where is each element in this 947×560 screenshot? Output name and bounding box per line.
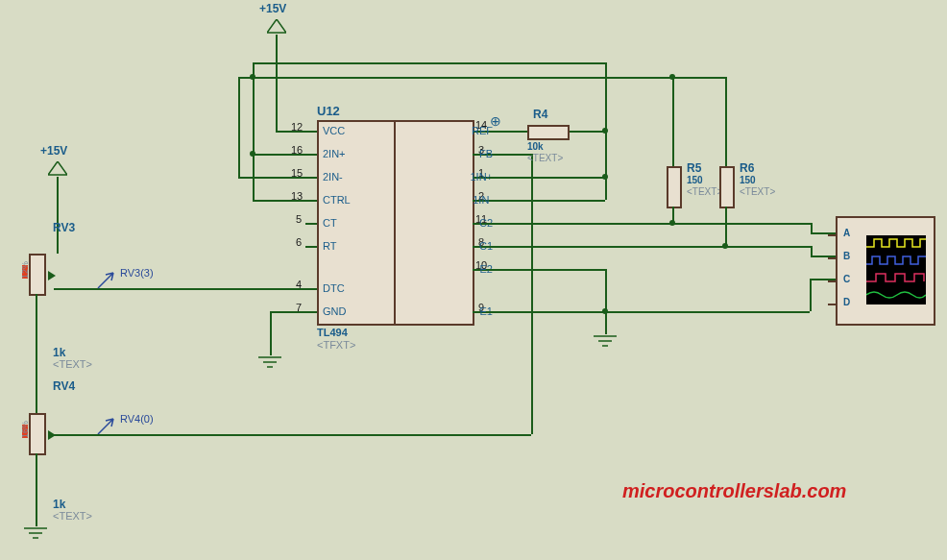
potentiometer-rv4[interactable] [29,413,46,455]
scope-port-a: A [843,228,850,238]
r4-value: 10k [527,141,544,152]
r5-text: <TEXT> [687,186,722,197]
scope-screen [866,235,926,304]
scope-port-d: D [843,297,850,307]
schematic-canvas: +15V +15V RV3 12% RV3(3) 1k <TEXT> RV4 1… [0,0,947,560]
power-15v-top-icon [267,19,286,35]
ground-icon [24,526,47,540]
resistor-r5[interactable] [667,166,682,208]
rv3-pct: 12% [20,261,30,279]
rv4-pct: 16% [20,421,30,438]
ic-text: <TFXT> [317,339,355,351]
probe-icon [96,413,119,440]
resistor-r6[interactable] [719,166,735,208]
scope-port-b: B [843,251,850,261]
probe-icon [96,267,119,294]
rv3-name: RV3 [53,221,75,234]
r6-name: R6 [740,161,754,175]
potentiometer-rv3[interactable] [29,254,46,296]
rv3-value: 1k [53,346,65,359]
r6-value: 150 [740,175,756,185]
pin-name: RT [317,240,376,252]
watermark: microcontrollerslab.com [622,480,846,502]
rv3-probe-label: RV3(3) [120,267,154,279]
rv4-text: <TEXT> [53,510,92,522]
pin-num: 5 [296,213,302,225]
pin-name: DTC [317,282,376,294]
pin-name: FB [440,148,498,159]
rv4-probe-label: RV4(0) [120,413,154,425]
pin-name: 2IN+ [317,148,376,159]
power-15v-left-icon [48,161,67,177]
pin-name: CT [317,217,376,229]
ground-icon [258,355,281,369]
pin-num: 4 [296,279,302,290]
rv3-wiper-icon [48,271,56,280]
power-15v-top-label: +15V [259,2,286,15]
r4-name: R4 [533,108,547,121]
power-15v-left-label: +15V [40,144,67,158]
pin-name: VCC [317,125,376,136]
rv3-text: <TEXT> [53,358,92,370]
r6-text: <TEXT> [740,186,775,197]
pin-name: GND [317,305,376,317]
pin-num: 6 [296,236,302,248]
origin-marker-icon: ⊕ [490,113,501,129]
ground-icon [594,334,617,348]
r4-text: <TEXT> [527,153,563,163]
rv4-value: 1k [53,498,65,511]
oscilloscope[interactable]: A B C D [836,216,935,326]
ic-ref: U12 [317,104,340,118]
ic-part: TL494 [317,327,348,338]
pin-num: 12 [291,121,303,133]
r5-name: R5 [687,161,701,175]
r5-value: 150 [687,175,703,185]
pin-name: CTRL [317,194,376,206]
scope-port-c: C [843,274,850,284]
pin-name: 2IN- [317,171,376,183]
resistor-r4[interactable] [527,125,570,140]
rv4-name: RV4 [53,379,75,393]
